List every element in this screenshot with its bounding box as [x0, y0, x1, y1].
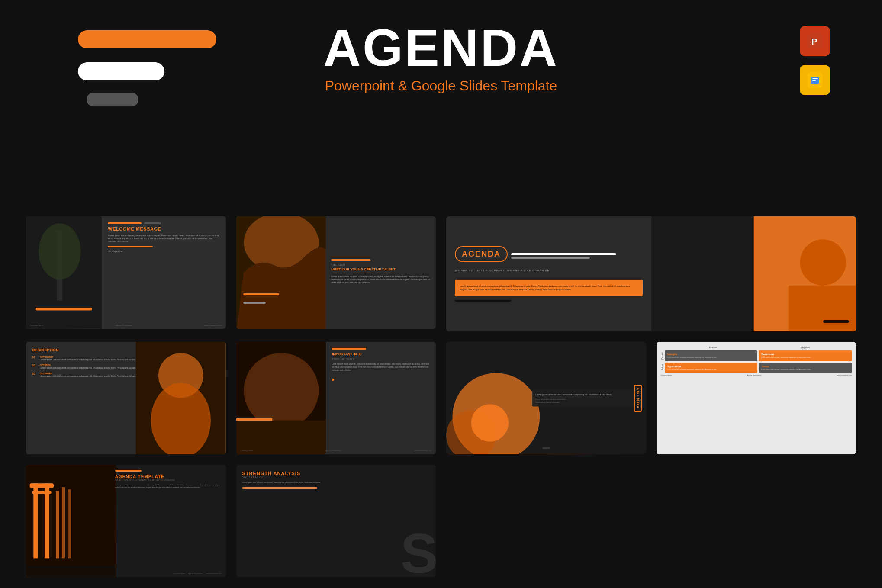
app-icons: P — [800, 26, 830, 95]
subtitle: Powerpoint & Google Slides Template — [323, 78, 559, 94]
slide-6-pill — [542, 447, 550, 449]
header: AGENDA Powerpoint & Google Slides Templa… — [26, 17, 856, 130]
slide-5-title: IMPORTANT INFO — [332, 352, 430, 356]
slide-description[interactable]: DESCRIPTION 01 SEPTEMBER Lorem ipsum dol… — [26, 342, 226, 454]
slide-8-body: Lorem ipsum dolor sit amet, consectetur … — [115, 484, 221, 489]
svg-point-8 — [39, 223, 80, 280]
slide-9-title: STRENGTH ANALYSIS — [242, 471, 430, 476]
orange-pill — [78, 30, 216, 48]
slide-1-image — [26, 216, 102, 329]
slide-1-title: WELCOME MESSAGE — [108, 226, 219, 231]
slide-strength-analysis[interactable]: STRENGTH ANALYSIS SWOT ANALYSIS Lorem ip… — [236, 465, 436, 577]
slide-1-content: WELCOME MESSAGE Lorem ipsum dolor sit am… — [102, 216, 225, 329]
slide-3-image — [651, 216, 856, 331]
slide-9-big-letter: S — [400, 525, 436, 577]
slide-3-dark-pill — [823, 320, 849, 323]
slide-welcome[interactable]: WELCOME MESSAGE Lorem ipsum dolor sit am… — [26, 216, 226, 329]
svg-rect-29 — [30, 483, 54, 488]
slide-1-body: Lorem ipsum dolor sit amet, consectetur … — [108, 234, 219, 243]
slide-5-footer: Company Name Agenda Presentation www.you… — [241, 450, 432, 452]
svg-point-14 — [800, 239, 846, 286]
svg-rect-27 — [33, 483, 38, 558]
svg-rect-32 — [62, 487, 65, 558]
slide-8-image — [26, 465, 116, 577]
slide-5-sub: TIMES AND DATES — [332, 358, 430, 360]
svg-rect-33 — [68, 489, 71, 558]
slide-1-line — [108, 246, 152, 247]
slide-3-content: AGENDA WE ARE NOT JUST A COMPANY, WE ARE… — [446, 216, 651, 331]
svg-point-25 — [471, 405, 509, 442]
agenda-box: AGENDA — [455, 246, 508, 262]
slide-agenda-vertical[interactable]: Lorem ipsum dolor sit amet, consectetur … — [446, 342, 646, 454]
slide-agenda-large[interactable]: AGENDA WE ARE NOT JUST A COMPANY, WE ARE… — [446, 216, 856, 331]
svg-point-20 — [244, 353, 319, 428]
item-num-1: 01 — [32, 356, 37, 359]
svg-rect-9 — [36, 308, 92, 310]
slide-5-content: IMPORTANT INFO TIMES AND DATES Lorem ips… — [326, 342, 436, 454]
slide-5-body: Lorem ipsum dolor sit amet, consectetur … — [332, 363, 430, 372]
slide-team[interactable]: THE TEAM MEET OUR YOUNG CREATIVE TALENT … — [236, 216, 436, 329]
item-num-3: 03 — [32, 372, 37, 375]
white-pill — [78, 62, 164, 80]
slide-9-body: Lorem ipsum dolor sit amet, consectetur … — [242, 481, 355, 484]
slide-8-content: AGENDA TEMPLATE WE ARE NOT JUST A COMPAN… — [110, 465, 226, 577]
swot-threats: Threats Lorem ipsum dolor sit amet, cons… — [759, 363, 852, 373]
item-num-2: 02 — [32, 364, 37, 367]
slide-agenda-template[interactable]: AGENDA TEMPLATE WE ARE NOT JUST A COMPAN… — [26, 465, 226, 577]
svg-rect-28 — [45, 483, 49, 558]
google-slides-icon[interactable] — [800, 65, 830, 95]
slide-8-footer: Company Name Agenda Presentation www.you… — [174, 573, 221, 575]
slide-3-subtitle: WE ARE NOT JUST A COMPANY, WE ARE A LIVE… — [455, 269, 643, 272]
svg-rect-30 — [32, 491, 52, 494]
powerpoint-icon[interactable]: P — [800, 26, 830, 56]
slide-swot[interactable]: Positive Negative Current Future Strengt… — [657, 342, 856, 454]
slide-5-bar — [236, 418, 272, 421]
header-pills — [52, 30, 216, 106]
main-title: AGENDA — [323, 22, 559, 74]
svg-text:P: P — [811, 37, 817, 46]
slide-9-subtitle: SWOT ANALYSIS — [242, 476, 430, 479]
swot-footer: Company Name Agenda Presentation www.you… — [661, 375, 852, 376]
slide-8-sub: WE ARE NOT JUST A COMPANY, WE ARE A LIVE… — [115, 479, 221, 481]
slide-3-body: Lorem ipsum dolor sit amet, consectetur … — [460, 285, 637, 291]
slide-important-info[interactable]: IMPORTANT INFO TIMES AND DATES Lorem ips… — [236, 342, 436, 454]
page-wrapper: AGENDA Powerpoint & Google Slides Templa… — [0, 0, 882, 588]
slides-grid: WELCOME MESSAGE Lorem ipsum dolor sit am… — [26, 216, 856, 577]
swot-opportunities: Opportunities Lorem ipsum dolor sit amet… — [665, 363, 758, 373]
svg-rect-5 — [812, 80, 816, 81]
slide-1-ceo: CEO Signature — [108, 250, 219, 253]
slide-1-bg — [26, 216, 102, 329]
gray-pill — [87, 93, 138, 106]
agenda-label: AGENDA — [462, 250, 501, 258]
swot-column-headers: Positive Negative — [661, 346, 852, 349]
slide-1-footer: Company Name Agenda Presentation www.you… — [30, 324, 222, 326]
slide-9-accent-bar — [242, 487, 317, 489]
slide-3-orange-block: Lorem ipsum dolor sit amet, consectetur … — [455, 280, 643, 296]
slide-6-textbox: Lorem ipsum dolor sit amet, consectetur … — [532, 390, 642, 407]
slide-4-image — [136, 342, 226, 454]
slide-5-image — [236, 342, 326, 454]
slide-6-vertical-label: AGENDA — [634, 342, 642, 454]
swot-weaknesses: Weaknesses Lorem ipsum dolor sit amet, c… — [759, 350, 852, 361]
swot-grid-wrapper: Current Future Strengths Lorem ipsum dol… — [661, 350, 852, 373]
slide-2-heading: MEET OUR YOUNG CREATIVE TALENT — [331, 267, 431, 272]
header-title-area: AGENDA Powerpoint & Google Slides Templa… — [323, 17, 559, 94]
swot-row-labels: Current Future — [661, 350, 663, 373]
swot-strengths: Strengths Lorem ipsum dolor sit amet, co… — [665, 350, 758, 361]
slide-5-bg — [236, 342, 326, 454]
svg-rect-4 — [812, 78, 818, 79]
slide-2-bg — [236, 216, 326, 329]
slide-8-title: AGENDA TEMPLATE — [115, 474, 221, 479]
slide-3-bg — [651, 216, 856, 331]
svg-rect-31 — [56, 491, 59, 559]
swot-cells: Strengths Lorem ipsum dolor sit amet, co… — [665, 350, 852, 373]
slide-2-content: THE TEAM MEET OUR YOUNG CREATIVE TALENT … — [326, 216, 436, 329]
svg-rect-15 — [788, 286, 856, 332]
slide-2-image — [236, 216, 326, 329]
slide-2-team-label: THE TEAM — [331, 263, 431, 266]
svg-rect-34 — [26, 566, 116, 577]
slide-2-body: Lorem ipsum dolor sit amet, consectetur … — [331, 275, 431, 284]
